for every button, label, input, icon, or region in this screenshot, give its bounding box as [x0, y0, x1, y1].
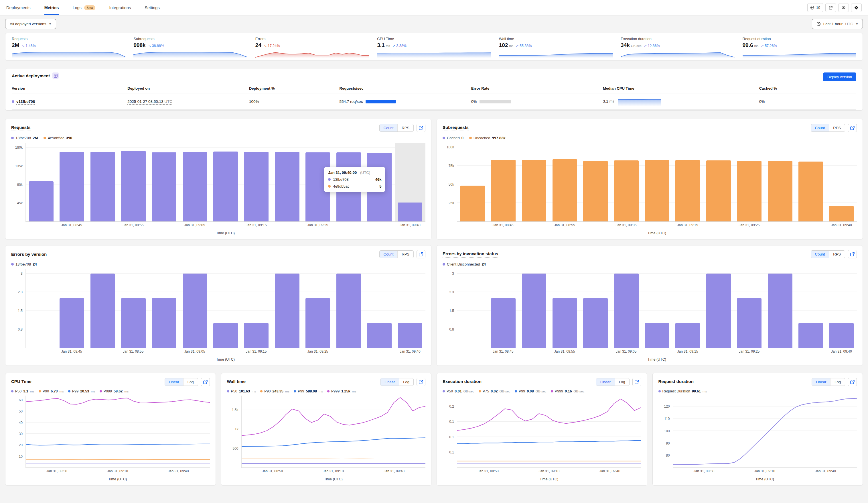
- expand-chart-button[interactable]: [848, 124, 857, 132]
- bar-slot[interactable]: [549, 269, 580, 348]
- open-external-button[interactable]: [825, 3, 836, 12]
- bar-slot[interactable]: [56, 143, 87, 221]
- tab-metrics[interactable]: Metrics: [44, 0, 59, 15]
- bar-slot[interactable]: [118, 143, 148, 221]
- version-link[interactable]: v13fbe708: [16, 99, 35, 104]
- tab-settings[interactable]: Settings: [145, 0, 159, 15]
- bar-slot[interactable]: [826, 143, 857, 221]
- legend-item[interactable]: P90243.35ms: [260, 389, 289, 393]
- bar-slot[interactable]: [26, 269, 56, 348]
- legend-item[interactable]: P906.73ms: [39, 389, 64, 393]
- bar-slot[interactable]: [580, 269, 611, 348]
- bar-slot[interactable]: [826, 269, 857, 348]
- toggle-rps[interactable]: RPS: [397, 251, 413, 258]
- expand-chart-button[interactable]: [416, 250, 425, 258]
- bar-slot[interactable]: [672, 143, 703, 221]
- bar-slot[interactable]: [611, 143, 642, 221]
- bar-slot[interactable]: [149, 269, 179, 348]
- bar-slot[interactable]: [272, 269, 302, 348]
- legend-item[interactable]: P9991.25kms: [327, 389, 356, 393]
- bar-slot[interactable]: [765, 143, 795, 221]
- toggle-count[interactable]: Count: [380, 251, 397, 258]
- toggle-log[interactable]: Log: [614, 379, 629, 385]
- legend-item[interactable]: P990.08GB-sec: [515, 389, 547, 393]
- toggle-rps[interactable]: RPS: [829, 251, 845, 258]
- deployment-grid-icon[interactable]: [52, 72, 59, 79]
- toggle-linear[interactable]: Linear: [812, 379, 830, 385]
- bar-slot[interactable]: [703, 269, 734, 348]
- legend-item[interactable]: 13fbe7082M: [11, 136, 38, 140]
- legend-item[interactable]: 13fbe70824: [11, 262, 37, 266]
- bar-slot[interactable]: [457, 269, 488, 348]
- globe-count-button[interactable]: 10: [807, 3, 823, 12]
- bar-slot[interactable]: [395, 143, 425, 221]
- legend-item[interactable]: Request Duration99.61ms: [659, 389, 707, 393]
- bar-slot[interactable]: [519, 269, 549, 348]
- bar-slot[interactable]: [611, 269, 642, 348]
- bar-slot[interactable]: [519, 143, 549, 221]
- legend-item[interactable]: P503.1ms: [11, 389, 34, 393]
- bar-slot[interactable]: [395, 269, 425, 348]
- legend-item[interactable]: P50101.63ms: [227, 389, 256, 393]
- toggle-log[interactable]: Log: [830, 379, 845, 385]
- bar-slot[interactable]: [149, 143, 179, 221]
- bar-slot[interactable]: [488, 269, 518, 348]
- bar-slot[interactable]: [457, 143, 488, 221]
- bar-slot[interactable]: [241, 269, 272, 348]
- expand-chart-button[interactable]: [416, 378, 425, 386]
- tab-deployments[interactable]: Deployments: [6, 0, 31, 15]
- bar-slot[interactable]: [795, 269, 826, 348]
- toggle-count[interactable]: Count: [380, 124, 397, 131]
- legend-item[interactable]: Uncached997.83k: [469, 136, 506, 140]
- code-button[interactable]: [838, 3, 849, 12]
- legend-item[interactable]: P500.01GB-sec: [443, 389, 474, 393]
- bar-slot[interactable]: [765, 269, 795, 348]
- toggle-log[interactable]: Log: [183, 379, 198, 385]
- bar-slot[interactable]: [179, 269, 210, 348]
- bar-slot[interactable]: [87, 143, 118, 221]
- bar-slot[interactable]: [642, 269, 672, 348]
- deploy-version-button[interactable]: Deploy version: [823, 72, 856, 81]
- bar-slot[interactable]: [118, 269, 148, 348]
- toggle-count[interactable]: Count: [811, 251, 829, 258]
- tab-integrations[interactable]: Integrations: [109, 0, 131, 15]
- expand-chart-button[interactable]: [632, 378, 641, 386]
- tab-logs[interactable]: LogsBeta: [72, 0, 95, 15]
- bar-slot[interactable]: [364, 269, 394, 348]
- toggle-rps[interactable]: RPS: [397, 124, 413, 131]
- bar-slot[interactable]: [56, 269, 87, 348]
- toggle-count[interactable]: Count: [811, 124, 829, 131]
- bar-slot[interactable]: [672, 269, 703, 348]
- bar-slot[interactable]: [210, 269, 241, 348]
- legend-item[interactable]: P9990.16GB-sec: [551, 389, 585, 393]
- bar-slot[interactable]: [26, 143, 56, 221]
- bar-slot[interactable]: [87, 269, 118, 348]
- toggle-linear[interactable]: Linear: [596, 379, 614, 385]
- legend-item[interactable]: P9920.53ms: [68, 389, 95, 393]
- bar-slot[interactable]: [734, 143, 765, 221]
- legend-item[interactable]: P750.02GB-sec: [479, 389, 510, 393]
- legend-item[interactable]: P99958.62ms: [100, 389, 129, 393]
- bar-slot[interactable]: [179, 143, 210, 221]
- deployed-on-value[interactable]: 2025-01-27 08:50:13 UTC: [127, 99, 172, 104]
- legend-item[interactable]: Cached0: [443, 136, 464, 140]
- bar-slot[interactable]: [303, 269, 333, 348]
- bar-slot[interactable]: [580, 143, 611, 221]
- bar-slot[interactable]: [488, 143, 518, 221]
- bar-slot[interactable]: [642, 143, 672, 221]
- time-range-dropdown[interactable]: Last 1 hour UTC ▼: [812, 19, 863, 29]
- expand-chart-button[interactable]: [416, 124, 425, 132]
- toggle-linear[interactable]: Linear: [165, 379, 183, 385]
- bar-slot[interactable]: [703, 143, 734, 221]
- legend-item[interactable]: P99588.08ms: [294, 389, 323, 393]
- bar-slot[interactable]: [210, 143, 241, 221]
- bar-slot[interactable]: [549, 143, 580, 221]
- bar-slot[interactable]: [241, 143, 272, 221]
- toggle-log[interactable]: Log: [399, 379, 413, 385]
- expand-chart-button[interactable]: [848, 250, 857, 258]
- toggle-linear[interactable]: Linear: [381, 379, 399, 385]
- bar-slot[interactable]: [272, 143, 302, 221]
- workers-logo-button[interactable]: [851, 3, 862, 12]
- expand-chart-button[interactable]: [848, 378, 857, 386]
- expand-chart-button[interactable]: [201, 378, 210, 386]
